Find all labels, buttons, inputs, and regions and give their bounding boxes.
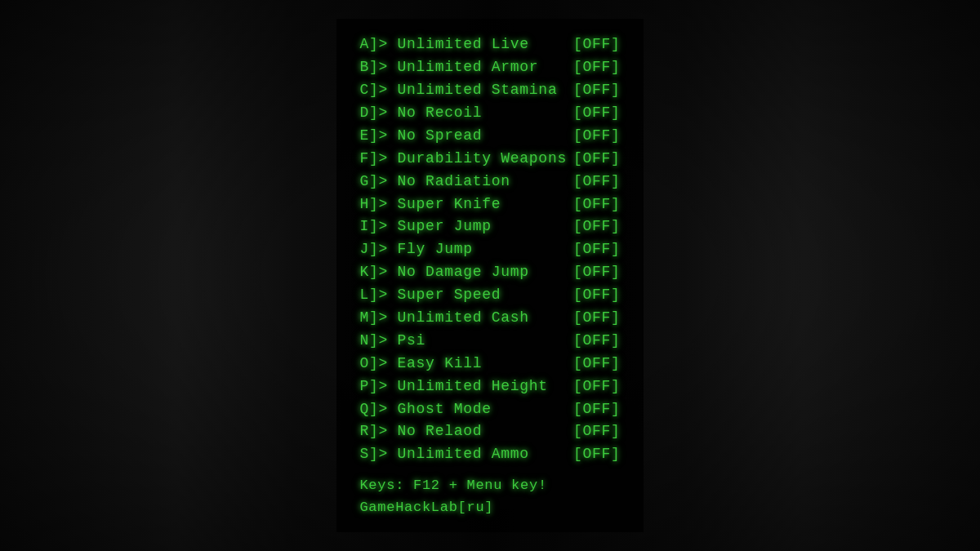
background: A] > Unlimited Live[OFF]B] > Unlimited A… [0,0,980,551]
menu-item-label: > Durability Weapons [379,148,567,171]
menu-item-key: G] [359,171,378,193]
menu-item[interactable]: I] > Super Jump[OFF] [359,216,620,238]
menu-item-key: J] [359,238,378,261]
menu-item-status: [OFF] [573,216,621,238]
menu-item-key: N] [359,330,378,353]
menu-item-status: [OFF] [573,148,621,171]
menu-item-key: R] [359,420,378,443]
menu-item-label: > No Relaod [379,420,567,443]
menu-item-label: > Unlimited Armor [379,56,567,79]
menu-item[interactable]: P] > Unlimited Height[OFF] [359,375,620,398]
menu-item[interactable]: C] > Unlimited Stamina[OFF] [359,79,620,102]
menu-item-status: [OFF] [573,443,621,466]
menu-item-label: > No Radiation [379,171,567,193]
menu-item-key: O] [359,353,378,375]
menu-item[interactable]: Q] > Ghost Mode[OFF] [359,398,620,421]
menu-item-key: P] [359,375,378,398]
menu-item[interactable]: M] > Unlimited Cash[OFF] [359,307,620,330]
menu-item[interactable]: N] > Psi[OFF] [359,330,620,353]
menu-item[interactable]: J] > Fly Jump[OFF] [359,238,620,261]
menu-item-label: > No Damage Jump [379,261,567,284]
menu-item-label: > No Spread [379,125,567,148]
menu-item-label: > Ghost Mode [379,398,567,421]
menu-item-label: > Unlimited Live [379,33,567,56]
menu-item-status: [OFF] [573,330,621,353]
menu-item[interactable]: O] > Easy Kill[OFF] [359,353,620,375]
menu-item-status: [OFF] [573,56,621,79]
menu-item-status: [OFF] [573,353,621,375]
menu-item-key: S] [359,443,378,466]
menu-item-status: [OFF] [573,307,621,330]
menu-item-label: > Unlimited Ammo [379,443,567,466]
menu-item-key: C] [359,79,378,102]
menu-item-status: [OFF] [573,193,621,216]
menu-item[interactable]: H] > Super Knife[OFF] [359,193,620,216]
menu-footer: Keys: F12 + Menu key! GameHackLab[ru] [359,474,620,518]
menu-item-label: > Super Knife [379,193,567,216]
menu-item-key: I] [359,216,378,238]
menu-item[interactable]: S] > Unlimited Ammo[OFF] [359,443,620,466]
menu-item-label: > Psi [379,330,567,353]
menu-item-key: E] [359,125,378,148]
menu-item-status: [OFF] [573,238,621,261]
menu-item-key: Q] [359,398,378,421]
menu-item-label: > No Recoil [379,102,567,125]
menu-item-key: A] [359,33,378,56]
menu-item[interactable]: B] > Unlimited Armor[OFF] [359,56,620,79]
menu-item-key: D] [359,102,378,125]
menu-item-status: [OFF] [573,261,621,284]
footer-credit: GameHackLab[ru] [359,496,620,518]
menu-item[interactable]: R] > No Relaod[OFF] [359,420,620,443]
menu-item-key: M] [359,307,378,330]
menu-item-label: > Super Speed [379,284,567,307]
menu-item-status: [OFF] [573,375,621,398]
menu-item-key: F] [359,148,378,171]
menu-item-key: B] [359,56,378,79]
cheat-menu-panel: A] > Unlimited Live[OFF]B] > Unlimited A… [336,19,643,531]
menu-item-key: K] [359,261,378,284]
menu-item-label: > Easy Kill [379,353,567,375]
menu-item[interactable]: G] > No Radiation[OFF] [359,171,620,193]
menu-item-key: H] [359,193,378,216]
menu-item-label: > Fly Jump [379,238,567,261]
menu-item-status: [OFF] [573,420,621,443]
menu-item-key: L] [359,284,378,307]
menu-item-status: [OFF] [573,79,621,102]
menu-item[interactable]: K] > No Damage Jump[OFF] [359,261,620,284]
menu-item[interactable]: D] > No Recoil[OFF] [359,102,620,125]
menu-item-status: [OFF] [573,171,621,193]
menu-item-status: [OFF] [573,284,621,307]
footer-keys: Keys: F12 + Menu key! [359,474,620,496]
menu-item-label: > Unlimited Stamina [379,79,567,102]
menu-item-label: > Unlimited Height [379,375,567,398]
menu-items-list: A] > Unlimited Live[OFF]B] > Unlimited A… [359,33,620,466]
menu-item[interactable]: L] > Super Speed[OFF] [359,284,620,307]
menu-item[interactable]: A] > Unlimited Live[OFF] [359,33,620,56]
menu-item-status: [OFF] [573,398,621,421]
menu-item-status: [OFF] [573,33,621,56]
menu-item-label: > Super Jump [379,216,567,238]
menu-item-status: [OFF] [573,102,621,125]
menu-item-label: > Unlimited Cash [379,307,567,330]
menu-item[interactable]: F] > Durability Weapons[OFF] [359,148,620,171]
menu-item-status: [OFF] [573,125,621,148]
menu-item[interactable]: E] > No Spread[OFF] [359,125,620,148]
